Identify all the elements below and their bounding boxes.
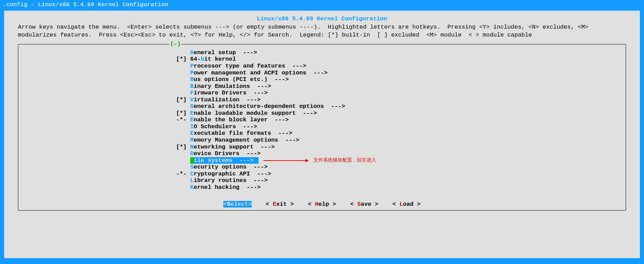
menu-item-prefix — [18, 157, 190, 164]
menu-item[interactable]: Library routines ---> — [18, 177, 626, 184]
menu-item-prefix — [18, 63, 190, 70]
menu-item-prefix — [18, 177, 190, 184]
scroll-up-indicator: (-) — [169, 41, 182, 47]
menu-item[interactable]: Bus options (PCI etc.) ---> — [18, 76, 626, 83]
hotkey-letter: F — [190, 90, 194, 96]
hotkey-letter: L — [190, 177, 194, 184]
menu-item-prefix — [18, 70, 190, 77]
help-button[interactable]: < Help > — [308, 201, 336, 207]
menu-item-label: General setup ---> — [190, 49, 258, 56]
menu-item-prefix: [*] — [18, 56, 190, 63]
menu-item-prefix — [18, 164, 190, 171]
hotkey-letter: B — [190, 83, 194, 90]
menu-item-prefix — [18, 130, 190, 137]
menu-item-label: Virtualization ---> — [190, 97, 262, 103]
menu-item-label: File systems ---> — [190, 157, 258, 164]
menu-item[interactable]: General architecture-dependent options -… — [18, 103, 626, 110]
menu-item-prefix: -*- — [18, 116, 190, 123]
menu-item[interactable]: Security options ---> — [18, 164, 626, 171]
menu-item-label: Executable file formats ---> — [190, 130, 294, 137]
hotkey-letter: N — [190, 144, 194, 150]
titlebar: .config - Linux/x86 5.4.69 Kernel Config… — [0, 0, 644, 11]
hotkey-letter: F — [190, 157, 194, 164]
hotkey-letter: D — [190, 150, 194, 157]
menu-item-label: Memory Management options ---> — [190, 137, 301, 144]
menu-item-prefix: [*] — [18, 144, 190, 151]
menu-item-prefix — [18, 90, 190, 97]
menu-item-label: Device Drivers ---> — [190, 150, 262, 157]
menu-item-label: 64-bit kernel — [190, 56, 237, 63]
hotkey-letter: C — [190, 171, 194, 177]
dialog-title: Linux/x86 5.4.69 Kernel Configuration — [8, 16, 636, 22]
menu-item-label: Cryptographic API ---> — [190, 171, 273, 177]
hotkey-letter: K — [190, 184, 194, 191]
menu-item-label: Firmware Drivers ---> — [190, 90, 269, 97]
button-bar: <Select> < Exit > < Help > < Save > < Lo… — [18, 199, 626, 211]
menu-item-label: Processor type and features ---> — [190, 63, 308, 70]
menu-item-prefix: -*- — [18, 171, 190, 177]
hotkey-letter: P — [190, 70, 194, 76]
menu-item-label: Binary Emulations ---> — [190, 83, 273, 90]
menu-item-label: Security options ---> — [190, 164, 269, 171]
menu-item[interactable]: [*] Enable loadable module support ---> — [18, 110, 626, 117]
menu-item-prefix — [18, 83, 190, 90]
menu-item[interactable]: Firmware Drivers ---> — [18, 90, 626, 97]
menu-item[interactable]: Executable file formats ---> — [18, 130, 626, 137]
menu-item[interactable]: IO Schedulers ---> — [18, 123, 626, 130]
menu-item-prefix — [18, 76, 190, 83]
hotkey-letter: M — [190, 137, 194, 143]
menu-item-label: Kernel hacking ---> — [190, 184, 262, 191]
help-line-1: Arrow keys navigate the menu. <Enter> se… — [18, 24, 588, 30]
menu-frame: (-) General setup --->[*] 64-bit kernel … — [18, 44, 626, 199]
menu-item[interactable]: Memory Management options ---> — [18, 137, 626, 144]
menu-item-prefix — [18, 137, 190, 144]
hotkey-letter: E — [190, 110, 194, 116]
menu-item-label: Library routines ---> — [190, 177, 269, 184]
menu-item[interactable]: General setup ---> — [18, 49, 626, 56]
annotation-arrow-icon — [263, 160, 308, 161]
menu-item[interactable]: Power management and ACPI options ---> — [18, 70, 626, 77]
menu-item-label: IO Schedulers ---> — [190, 123, 258, 130]
load-button[interactable]: < Load > — [392, 201, 421, 207]
hotkey-letter: V — [190, 97, 194, 103]
menu-item[interactable]: Kernel hacking ---> — [18, 184, 626, 191]
help-text: Arrow keys navigate the menu. <Enter> se… — [8, 22, 636, 44]
menu-item[interactable]: -*- Cryptographic API ---> — [18, 171, 626, 177]
hotkey-letter: E — [190, 116, 194, 123]
hotkey-letter: E — [190, 130, 194, 136]
menu-item[interactable]: Binary Emulations ---> — [18, 83, 626, 90]
annotation-text: 文件系统模块配置，回车进入 — [313, 157, 376, 163]
menu-item-label: Networking support ---> — [190, 144, 276, 151]
select-button[interactable]: <Select> — [223, 201, 252, 207]
menu-item[interactable]: [*] 64-bit kernel — [18, 56, 626, 63]
menu-item[interactable]: File systems ---> 文件系统模块配置，回车进入 — [18, 157, 626, 164]
menu-item-prefix — [18, 184, 190, 191]
menu-item-label: Enable the block layer ---> — [190, 116, 290, 123]
menu-item[interactable]: Device Drivers ---> — [18, 150, 626, 157]
menu-item[interactable]: Processor type and features ---> — [18, 63, 626, 70]
menu-item-prefix: [*] — [18, 97, 190, 103]
menu-item-label: Enable loadable module support ---> — [190, 110, 318, 117]
menu-item[interactable]: -*- Enable the block layer ---> — [18, 116, 626, 123]
hotkey-letter: S — [190, 164, 194, 170]
menu-item[interactable]: [*] Networking support ---> — [18, 144, 626, 151]
content-area: Linux/x86 5.4.69 Kernel Configuration Ar… — [4, 11, 640, 258]
menu-item-prefix — [18, 103, 190, 110]
hotkey-letter: B — [190, 76, 194, 83]
hotkey-letter: P — [190, 63, 194, 69]
menu-list[interactable]: General setup --->[*] 64-bit kernel Proc… — [18, 49, 626, 199]
save-button[interactable]: < Save > — [350, 201, 379, 207]
menu-item-prefix — [18, 150, 190, 157]
hotkey-letter: G — [190, 49, 194, 56]
menu-item-prefix — [18, 123, 190, 130]
menu-item-prefix — [18, 49, 190, 56]
exit-button[interactable]: < Exit > — [266, 201, 294, 207]
help-line-2: modularizes features. Press <Esc><Esc> t… — [18, 32, 532, 38]
hotkey-letter: I — [190, 123, 194, 130]
window-frame: .config - Linux/x86 5.4.69 Kernel Config… — [0, 0, 644, 264]
hotkey-letter: G — [190, 103, 194, 110]
menu-item[interactable]: [*] Virtualization ---> — [18, 97, 626, 103]
menu-item-label: General architecture-dependent options -… — [190, 103, 347, 110]
menu-item-label: Bus options (PCI etc.) ---> — [190, 76, 290, 83]
menu-item-prefix: [*] — [18, 110, 190, 117]
